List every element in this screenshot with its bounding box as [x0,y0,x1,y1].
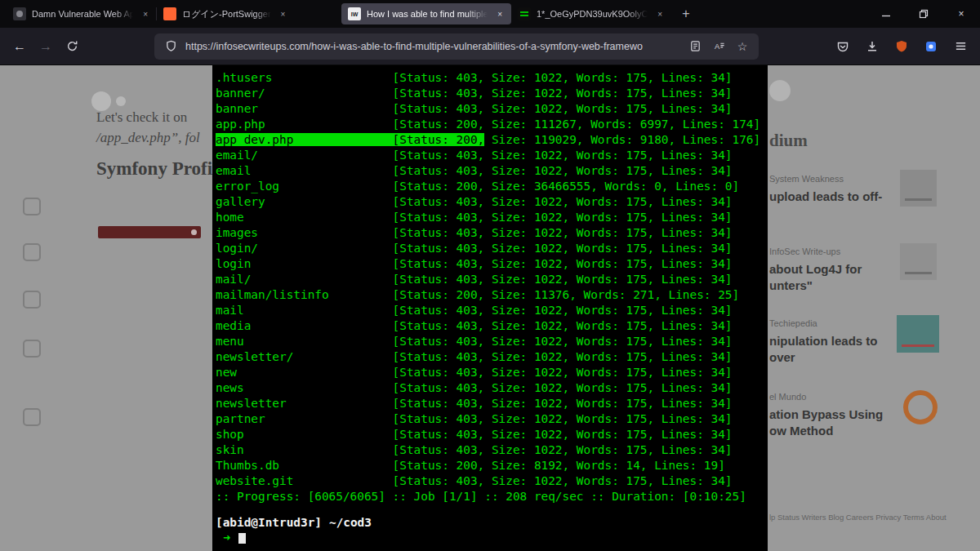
toolbar-extensions [830,33,973,60]
content-area: Let's check it on /app_dev.php”, fol Sym… [0,65,980,551]
related-headline: ow Method [769,423,898,439]
related-thumbnail[interactable] [900,243,937,280]
terminal-row: skin [Status: 403, Size: 1022, Words: 17… [216,442,764,458]
reload-button[interactable] [59,33,85,60]
terminal-row: mail [Status: 403, Size: 1022, Words: 17… [216,303,764,318]
brand-wordmark-fragment: dium [769,131,808,151]
prompt-user: [abid@Intrud3r] [216,516,322,529]
avatar [769,80,791,101]
terminal-row: newsletter [Status: 403, Size: 1022, Wor… [216,396,764,411]
restore-icon [919,9,929,19]
tab-title: ログイン-PortSwigger [182,8,271,20]
tab-bar: Damn Vulnerable Web App (DV × ログイン-PortS… [0,0,980,28]
related-headline: unters" [769,278,898,294]
terminal-progress-line: :: Progress: [6065/6065] :: Job [1/1] ::… [216,489,764,504]
terminal-row: media [Status: 403, Size: 1022, Words: 1… [216,318,764,334]
tab-png-image[interactable]: 1*_OeGyPDN39uvK9OolyCq4Q.png × [511,3,671,24]
browser-window: Damn Vulnerable Web App (DV × ログイン-PortS… [0,0,980,551]
thumbnail-detail [905,272,932,274]
terminal-row: mailman/listinfo [Status: 200, Size: 113… [216,287,764,303]
related-article[interactable]: InfoSec Write-ups about Log4J for unters… [769,247,898,294]
blue-extension-icon [924,40,938,53]
terminal-row: login [Status: 403, Size: 1022, Words: 1… [216,256,764,272]
sidebar-stories-icon[interactable] [23,340,41,358]
window-close-button[interactable]: × [942,0,980,28]
thumbnail-detail [905,198,932,201]
hamburger-icon [955,40,967,52]
tab-close-icon[interactable]: × [495,9,505,20]
reload-icon [66,40,78,52]
related-thumbnail[interactable] [897,315,939,353]
reader-mode-button[interactable] [686,38,704,56]
terminal-row: error_log [Status: 200, Size: 36466555, … [216,179,764,194]
translate-button[interactable]: A [710,38,728,56]
blue-extension-button[interactable] [918,33,944,60]
article-text-line: Let's check it on [96,109,187,126]
bookmark-star-icon[interactable]: ☆ [733,38,751,56]
terminal-row: new [Status: 403, Size: 1022, Words: 175… [216,365,764,380]
new-tab-button[interactable]: + [675,3,697,24]
tab-title: Damn Vulnerable Web App (DV [32,9,133,19]
ublock-extension-button[interactable] [889,33,915,60]
tab-title: 1*_OeGyPDN39uvK9OolyCq4Q.png [537,9,648,19]
terminal-row: website.git [Status: 403, Size: 1022, Wo… [216,473,764,489]
terminal-row: gallery [Status: 403, Size: 1022, Words:… [216,194,764,210]
tab-close-icon[interactable]: × [278,9,288,20]
related-headline: ation Bypass Using [769,407,898,423]
back-button[interactable]: ← [7,33,33,60]
terminal-output: .htusers [Status: 403, Size: 1022, Words… [216,70,764,489]
menu-button[interactable] [947,33,973,60]
tab-portswigger[interactable]: ログイン-PortSwigger × [157,3,341,24]
related-article[interactable]: el Mundo ation Bypass Using ow Method [769,392,898,439]
sidebar-notifications-icon[interactable] [23,243,41,261]
highlighted-selection-bar [98,226,201,238]
terminal-row: shop [Status: 403, Size: 1022, Words: 17… [216,427,764,442]
tab-infosec-writeups-active[interactable]: IW How I was able to find multiple × [341,3,511,24]
terminal-cursor [238,533,246,544]
related-article[interactable]: Techiepedia nipulation leads to over [769,318,898,366]
related-headline: over [769,349,898,366]
tab-close-icon[interactable]: × [655,9,665,20]
forward-button[interactable]: → [33,33,59,60]
related-source: InfoSec Write-ups [769,247,898,256]
svg-text:A: A [714,42,719,51]
tab-dvwa[interactable]: Damn Vulnerable Web App (DV × [7,3,157,24]
related-headline: upload leads to off- [769,189,898,205]
terminal-row: .htusers [Status: 403, Size: 1022, Words… [216,70,764,86]
terminal-row: partner [Status: 403, Size: 1022, Words:… [216,411,764,427]
tracking-shield-icon[interactable] [162,38,180,56]
sidebar-stats-icon[interactable] [23,408,41,426]
terminal-row: email/ [Status: 403, Size: 1022, Words: … [216,148,764,163]
window-minimize-button[interactable] [867,0,905,28]
article-text-line: /app_dev.php”, fol [96,130,200,146]
tab-close-icon[interactable]: × [140,9,150,20]
url-bar[interactable]: https://infosecwriteups.com/how-i-was-ab… [154,33,759,60]
prompt-path: ~/cod3 [329,516,372,529]
terminal-row: banner/ [Status: 403, Size: 1022, Words:… [216,86,764,101]
terminal-prompt: [abid@Intrud3r]~/cod3 [216,515,764,531]
terminal-row: newsletter/ [Status: 403, Size: 1022, Wo… [216,349,764,365]
related-article[interactable]: System Weakness upload leads to off- [769,174,898,205]
terminal-row: images [Status: 403, Size: 1022, Words: … [216,225,764,241]
terminal-row: login/ [Status: 403, Size: 1022, Words: … [216,241,764,256]
footer-links: lp Status Writers Blog Careers Privacy T… [769,513,947,522]
ublock-shield-icon [895,40,908,53]
terminal-image-lightbox[interactable]: .htusers [Status: 403, Size: 1022, Words… [212,65,768,551]
url-text[interactable]: https://infosecwriteups.com/how-i-was-ab… [185,41,680,52]
minimize-icon [881,9,891,19]
article-heading: Symfony Profile [96,158,226,180]
downloads-button[interactable] [859,33,885,60]
site-logo-dot [116,96,126,106]
sidebar-lists-icon[interactable] [23,291,41,309]
terminal-row: home [Status: 403, Size: 1022, Words: 17… [216,210,764,225]
terminal-row: Thumbs.db [Status: 200, Size: 8192, Word… [216,458,764,473]
related-headline: about Log4J for [769,261,898,278]
site-logo-circle [91,91,111,111]
tab-strip: Damn Vulnerable Web App (DV × ログイン-PortS… [7,0,697,28]
sidebar-home-icon[interactable] [23,198,41,216]
terminal-row: banner [Status: 403, Size: 1022, Words: … [216,101,764,117]
pocket-button[interactable] [830,33,856,60]
window-restore-button[interactable] [905,0,942,28]
related-thumbnail[interactable] [900,170,937,207]
window-controls: × [867,0,980,28]
